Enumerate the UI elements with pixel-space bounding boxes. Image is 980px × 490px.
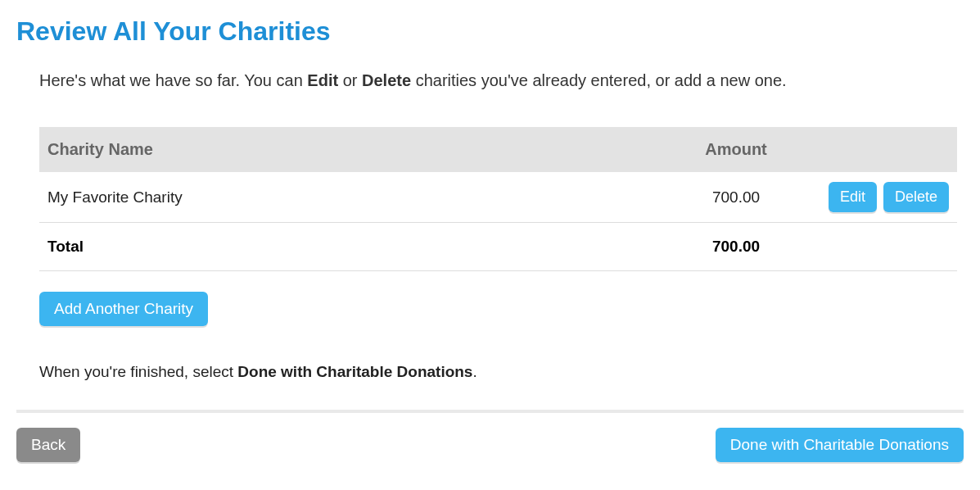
footer-nav: Back Done with Charitable Donations bbox=[16, 428, 964, 462]
charity-name-cell: My Favorite Charity bbox=[47, 188, 654, 206]
total-row: Total 700.00 bbox=[39, 223, 957, 271]
column-header-charity-name: Charity Name bbox=[47, 140, 654, 159]
table-header-row: Charity Name Amount bbox=[39, 127, 957, 172]
total-label: Total bbox=[47, 238, 654, 256]
column-header-actions bbox=[818, 140, 949, 159]
edit-button[interactable]: Edit bbox=[829, 182, 877, 212]
done-button[interactable]: Done with Charitable Donations bbox=[716, 428, 964, 462]
divider bbox=[16, 410, 964, 413]
total-amount: 700.00 bbox=[654, 238, 818, 256]
page-title: Review All Your Charities bbox=[16, 16, 964, 47]
charity-amount-cell: 700.00 bbox=[654, 188, 818, 206]
intro-text-1: Here's what we have so far. You can bbox=[39, 71, 307, 89]
back-button[interactable]: Back bbox=[16, 428, 80, 462]
add-another-charity-button[interactable]: Add Another Charity bbox=[39, 292, 208, 326]
finish-text-2: . bbox=[472, 363, 476, 380]
delete-button[interactable]: Delete bbox=[883, 182, 949, 212]
intro-bold-delete: Delete bbox=[362, 71, 411, 89]
intro-bold-edit: Edit bbox=[307, 71, 338, 89]
table-row: My Favorite Charity 700.00 Edit Delete bbox=[39, 172, 957, 223]
finish-bold: Done with Charitable Donations bbox=[237, 363, 472, 380]
finish-paragraph: When you're finished, select Done with C… bbox=[39, 363, 957, 381]
intro-text-2: or bbox=[338, 71, 362, 89]
column-header-amount: Amount bbox=[654, 140, 818, 159]
intro-paragraph: Here's what we have so far. You can Edit… bbox=[39, 71, 957, 90]
finish-text-1: When you're finished, select bbox=[39, 363, 237, 380]
charities-table: Charity Name Amount My Favorite Charity … bbox=[39, 127, 957, 271]
intro-text-3: charities you've already entered, or add… bbox=[411, 71, 787, 89]
